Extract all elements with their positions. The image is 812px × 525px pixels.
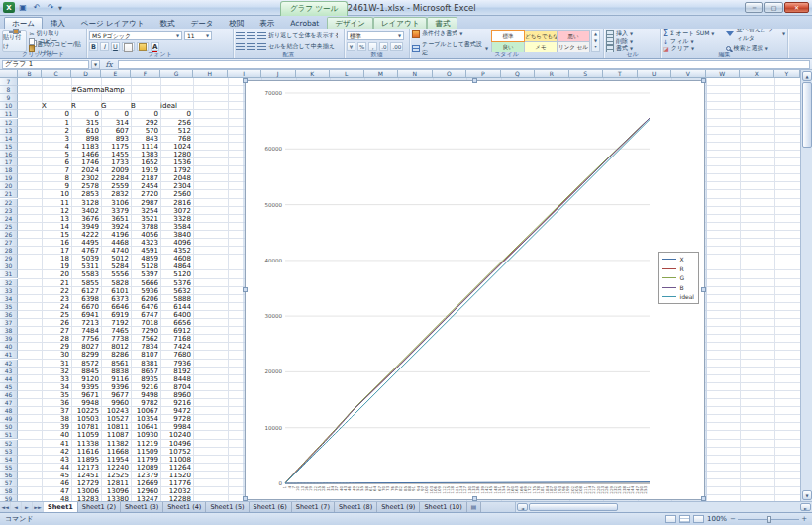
sheet-tab-10[interactable]: Sheet1 (10) (420, 502, 466, 512)
cell[interactable]: 11059 (71, 431, 101, 439)
cell[interactable]: 292 (131, 119, 160, 127)
cell[interactable]: 42 (42, 448, 71, 456)
cell[interactable]: 2009 (101, 166, 131, 174)
cell[interactable]: 7738 (101, 335, 131, 343)
cell-style-item[interactable]: 標準 (492, 31, 524, 41)
cell[interactable]: 9728 (160, 415, 193, 423)
column-header-P[interactable]: P (466, 70, 501, 78)
cell[interactable]: 5583 (71, 270, 101, 278)
merge-center-button[interactable]: セルを結合して中央揃え (268, 43, 335, 50)
cell[interactable]: 3379 (101, 207, 131, 215)
ribbon-tab-7[interactable]: 表示 (252, 17, 282, 29)
row-header-16[interactable]: 16 (0, 151, 18, 158)
name-box[interactable]: グラフ 1 (2, 60, 89, 69)
cell[interactable]: 11799 (131, 456, 160, 464)
cell[interactable]: 9671 (71, 391, 101, 399)
row-header-40[interactable]: 40 (0, 343, 18, 351)
column-header-V[interactable]: V (671, 70, 706, 78)
cell[interactable]: 4495 (71, 239, 101, 247)
delete-cells-button[interactable]: 削除▼ (606, 38, 659, 45)
cell[interactable]: 9948 (71, 399, 101, 407)
cell[interactable]: 8012 (101, 343, 131, 351)
column-header-R[interactable]: R (535, 70, 569, 78)
cell[interactable]: #GammaRamp (71, 86, 101, 94)
cell[interactable]: 8657 (131, 368, 160, 375)
gallery-up-icon[interactable]: ▲ (592, 31, 599, 38)
column-header-Q[interactable]: Q (501, 70, 536, 78)
sheet-tab-3[interactable]: Sheet1 (3) (121, 502, 163, 512)
cell[interactable]: G (101, 102, 131, 110)
cell[interactable]: 11219 (131, 440, 160, 448)
cell[interactable]: 2559 (101, 182, 131, 190)
ribbon-tab-6[interactable]: 校閲 (221, 17, 252, 29)
cell[interactable]: 11954 (101, 456, 131, 464)
cell[interactable]: 893 (101, 135, 131, 143)
row-header-27[interactable]: 27 (0, 239, 18, 247)
cell[interactable]: 33 (42, 375, 71, 383)
cell[interactable]: 5284 (101, 262, 131, 270)
row-header-8[interactable]: 8 (0, 86, 18, 94)
row-header-50[interactable]: 50 (0, 423, 18, 431)
cell[interactable]: 8704 (160, 383, 193, 391)
cell[interactable]: 4767 (71, 247, 101, 255)
cell[interactable]: 4859 (131, 255, 160, 262)
row-header-38[interactable]: 38 (0, 327, 18, 335)
wrap-text-button[interactable]: 折り返して全体を表示する (268, 32, 338, 39)
cell[interactable]: 3584 (160, 223, 193, 231)
chart-selection-handle[interactable] (243, 78, 248, 83)
cell[interactable]: 9120 (71, 375, 101, 383)
cell[interactable]: 31 (42, 360, 71, 368)
zoom-thumb[interactable] (767, 516, 771, 523)
cell[interactable]: 2302 (71, 174, 101, 182)
cell[interactable]: 6646 (101, 303, 131, 311)
cell[interactable]: 8381 (131, 360, 160, 368)
name-box-dropdown-icon[interactable]: ▼ (91, 60, 100, 69)
cell[interactable]: 3949 (71, 223, 101, 231)
cell[interactable]: 3 (42, 135, 71, 143)
row-header-42[interactable]: 42 (0, 360, 18, 368)
undo-icon[interactable]: ↶ (31, 2, 43, 13)
cell[interactable]: 4196 (101, 231, 131, 239)
column-header-S[interactable]: S (569, 70, 604, 78)
align-middle-icon[interactable] (247, 32, 255, 39)
cell[interactable]: 5855 (71, 279, 101, 287)
cell[interactable]: 5128 (131, 262, 160, 270)
cell[interactable]: 4056 (131, 231, 160, 239)
cell[interactable]: 11338 (71, 440, 101, 448)
cell[interactable]: 9116 (101, 375, 131, 383)
cell[interactable]: 10354 (131, 415, 160, 423)
cell[interactable]: 0 (160, 110, 193, 118)
cell[interactable]: 15 (42, 231, 71, 239)
cell[interactable]: 1792 (160, 166, 193, 174)
cell[interactable]: 1 (42, 119, 71, 127)
cell[interactable]: 5376 (160, 279, 193, 287)
ribbon-tab-11[interactable]: 書式 (427, 17, 457, 29)
normal-view-icon[interactable] (665, 515, 676, 523)
row-header-10[interactable]: 10 (0, 102, 18, 110)
row-header-39[interactable]: 39 (0, 335, 18, 343)
cell[interactable]: 2853 (71, 190, 101, 198)
cell[interactable]: 9960 (101, 399, 131, 407)
row-header-48[interactable]: 48 (0, 407, 18, 415)
cell[interactable]: 7018 (131, 319, 160, 327)
column-header-W[interactable]: W (706, 70, 741, 78)
select-all-corner[interactable] (0, 70, 18, 78)
cell[interactable]: 19 (42, 262, 71, 270)
cell[interactable]: 10641 (131, 423, 160, 431)
cell[interactable]: 11520 (160, 472, 193, 479)
cell[interactable]: 3651 (101, 215, 131, 223)
cell-style-item[interactable]: 悪い (558, 31, 589, 41)
column-header-O[interactable]: O (433, 70, 467, 78)
row-header-30[interactable]: 30 (0, 262, 18, 270)
cell[interactable]: 5632 (160, 287, 193, 295)
row-header-43[interactable]: 43 (0, 368, 18, 375)
gallery-expand-icon[interactable]: ▾ (592, 44, 599, 51)
cell[interactable]: 2578 (71, 182, 101, 190)
row-header-20[interactable]: 20 (0, 182, 18, 190)
cell[interactable]: 8838 (101, 368, 131, 375)
cell[interactable]: 47 (42, 487, 71, 495)
cell[interactable]: 39 (42, 423, 71, 431)
cell[interactable]: 43 (42, 456, 71, 464)
vertical-scrollbar[interactable]: ▲ ▼ (800, 70, 812, 501)
align-right-icon[interactable] (257, 43, 266, 50)
